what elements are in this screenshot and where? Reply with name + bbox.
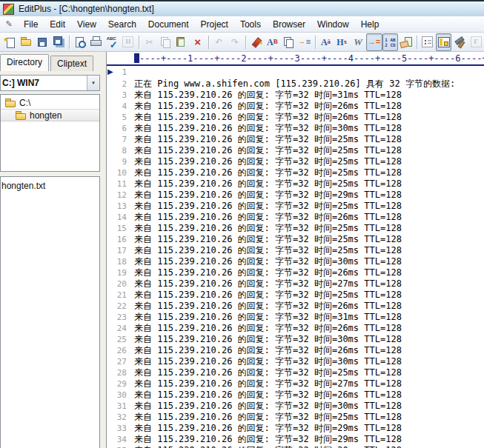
editor-line[interactable]: 9来自 115.239.210.26 的回复: 字节=32 时间=25ms TT… [107,156,484,167]
menu-item-browser[interactable]: Browser [267,17,311,32]
line-text: 来自 115.239.210.26 的回复: 字节=32 时间=30ms TTL… [134,356,402,367]
editor-line[interactable]: 19来自 115.239.210.26 的回复: 字节=32 时间=26ms T… [107,267,484,278]
save-button[interactable] [34,33,50,51]
editplus-app-icon [3,4,14,15]
line-number: 33 [107,424,134,433]
editor-line[interactable]: 10来自 115.239.210.26 的回复: 字节=32 时间=25ms T… [107,167,484,178]
highlight-button[interactable] [248,33,265,51]
menu-item-search[interactable]: Search [102,17,142,32]
drive-selector[interactable]: C:] WIN7 ▼ [0,75,100,91]
editor-line[interactable]: 33来自 115.239.210.26 的回复: 字节=32 时间=29ms T… [107,422,484,433]
hex-view-button[interactable]: Hx [334,33,350,51]
paste-button[interactable] [173,33,190,51]
menu-item-tools[interactable]: Tools [234,17,267,32]
replace-button[interactable]: AB [265,33,281,51]
line-text: 来自 115.239.210.26 的回复: 字节=32 时间=25ms TTL… [134,178,402,189]
directory-panel-button[interactable] [436,33,452,51]
toolbar-separator [245,36,246,49]
line-text: 来自 115.239.210.26 的回复: 字节=32 时间=25ms TTL… [134,156,402,167]
directory-tree-panel[interactable]: C:\hongten [0,94,100,172]
toolbar-separator [208,36,209,49]
copy-selection-button[interactable] [280,33,296,51]
line-text: 来自 115.239.210.26 的回复: 字节=32 时间=26ms TTL… [134,301,402,311]
tab-indicator-button[interactable]: →= [366,33,382,51]
editor-line[interactable]: 27来自 115.239.210.26 的回复: 字节=32 时间=30ms T… [107,355,484,367]
file-item-hongten-txt[interactable]: hongten.txt [1,181,99,193]
editor-line[interactable]: 24来自 115.239.210.26 的回复: 字节=32 时间=26ms T… [107,322,484,333]
print-preview-button[interactable] [72,33,88,51]
menu-item-window[interactable]: Window [311,17,355,32]
marker-pen-icon [250,36,262,48]
indent-button[interactable] [296,33,313,51]
editor-line[interactable]: 29来自 115.239.210.26 的回复: 字节=32 时间=27ms T… [107,378,484,389]
preferences-button[interactable] [451,33,468,51]
word-wrap-button[interactable]: W [350,33,366,51]
editor-line[interactable]: 28来自 115.239.210.26 的回复: 字节=32 时间=25ms T… [107,367,484,378]
line-text: 来自 115.239.210.26 的回复: 字节=32 时间=26ms TTL… [134,101,402,111]
save-all-button[interactable] [50,33,67,51]
print-button[interactable] [88,33,105,51]
spell-check-button[interactable] [104,33,120,51]
tree-item-hongten[interactable]: hongten [1,109,99,121]
menu-item-document[interactable]: Document [142,17,195,32]
current-line-marker-icon: ▶ [107,68,113,76]
editor-line[interactable]: 35来自 115.239.210.26 的回复: 字节=32 时间=30ms T… [107,444,484,448]
tab-cliptext[interactable]: Cliptext [50,56,93,71]
editor-line[interactable]: 11来自 115.239.210.26 的回复: 字节=32 时间=25ms T… [107,178,484,189]
tree-item-c[interactable]: C:\ [1,96,99,109]
replace-ab-icon: AB [266,36,279,48]
editor-line[interactable]: 25来自 115.239.210.26 的回复: 字节=32 时间=30ms T… [107,333,484,344]
editor-line[interactable]: 2正在 Ping www.a.shifen.com [115.239.210.2… [107,78,484,89]
editor-text-area[interactable]: ▶ 12正在 Ping www.a.shifen.com [115.239.21… [107,66,484,448]
editor-line[interactable]: 4来自 115.239.210.26 的回复: 字节=32 时间=26ms TT… [107,100,484,111]
editor-line[interactable]: 23来自 115.239.210.26 的回复: 字节=32 时间=31ms T… [107,311,484,322]
copy-pages-icon [159,36,172,48]
line-number: 26 [107,346,134,355]
editor-line[interactable]: 14来自 115.239.210.26 的回复: 字节=32 时间=26ms T… [107,211,484,222]
pages-icon [282,36,295,48]
editor-line[interactable]: 8来自 115.239.210.26 的回复: 字节=32 时间=25ms TT… [107,144,484,156]
editor-line[interactable]: 30来自 115.239.210.26 的回复: 字节=32 时间=26ms T… [107,389,484,400]
line-text: 来自 115.239.210.26 的回复: 字节=32 时间=25ms TTL… [134,290,402,300]
open-file-button[interactable] [19,33,35,51]
letter-h-icon: H [122,36,133,47]
save-floppy-icon [36,36,49,48]
editor-line[interactable]: 18来自 115.239.210.26 的回复: 字节=32 时间=30ms T… [107,255,484,267]
document-properties-button[interactable] [420,33,436,51]
word-wrap-w-icon: W [352,36,365,48]
line-number-button[interactable] [382,33,399,51]
redo-button: ↷ [227,33,243,51]
menu-item-help[interactable]: Help [355,17,385,32]
editor-line[interactable]: 12来自 115.239.210.26 的回复: 字节=32 时间=29ms T… [107,189,484,200]
editor-line[interactable]: 6来自 115.239.210.26 的回复: 字节=32 时间=30ms TT… [107,122,484,133]
open-selection-button[interactable] [398,33,414,51]
editor-line[interactable]: 17来自 115.239.210.26 的回复: 字节=32 时间=25ms T… [107,244,484,255]
editor-line[interactable]: 21来自 115.239.210.26 的回复: 字节=32 时间=25ms T… [107,289,484,300]
editor-line[interactable]: 20来自 115.239.210.26 的回复: 字节=32 时间=27ms T… [107,278,484,289]
menu-item-view[interactable]: View [71,17,102,32]
editor-line[interactable]: 26来自 115.239.210.26 的回复: 字节=32 时间=26ms T… [107,344,484,355]
editor-line[interactable]: 13来自 115.239.210.26 的回复: 字节=32 时间=25ms T… [107,200,484,211]
font-button[interactable]: Aā [318,33,334,51]
line-number: 31 [107,401,134,411]
editor-line[interactable]: 5来自 115.239.210.26 的回复: 字节=32 时间=26ms TT… [107,111,484,122]
menu-item-project[interactable]: Project [195,17,234,32]
editor-line[interactable]: 31来自 115.239.210.26 的回复: 字节=32 时间=30ms T… [107,400,484,411]
delete-button[interactable]: × [190,33,206,51]
title-bar: EditPlus - [C:\hongten\hongten.txt] [0,0,484,16]
editor-line[interactable]: 7来自 115.239.210.26 的回复: 字节=32 时间=25ms TT… [107,133,484,144]
menu-item-edit[interactable]: Edit [44,17,71,32]
menu-item-file[interactable]: File [18,17,44,32]
new-file-button[interactable] [2,33,19,51]
editor-line[interactable]: 32来自 115.239.210.26 的回复: 字节=32 时间=25ms T… [107,411,484,422]
editor-line[interactable]: 1 [107,67,484,78]
editor-line[interactable]: 3来自 115.239.210.26 的回复: 字节=32 时间=31ms TT… [107,89,484,100]
editor-line[interactable]: 22来自 115.239.210.26 的回复: 字节=32 时间=26ms T… [107,300,484,311]
tab-directory[interactable]: Directory [0,54,49,71]
editor-line[interactable]: 16来自 115.239.210.26 的回复: 字节=32 时间=25ms T… [107,233,484,244]
editor-line[interactable]: 15来自 115.239.210.26 的回复: 字节=32 时间=25ms T… [107,222,484,233]
chevron-down-icon[interactable]: ▼ [87,76,99,90]
file-list-panel[interactable]: hongten.txt [0,176,100,448]
editor-line[interactable]: 34来自 115.239.210.26 的回复: 字节=32 时间=29ms T… [107,433,484,444]
line-text: 来自 115.239.210.26 的回复: 字节=32 时间=25ms TTL… [134,134,402,144]
